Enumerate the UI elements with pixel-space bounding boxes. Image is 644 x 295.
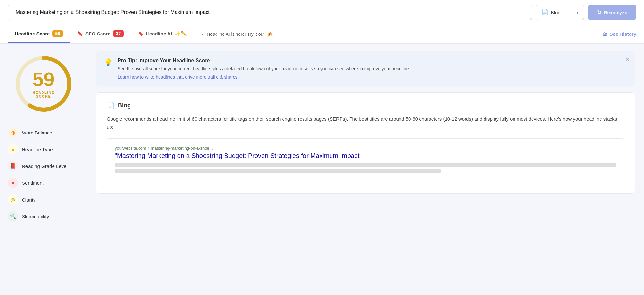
metric-label-skimmability: Skimmability — [22, 214, 49, 219]
sentiment-icon: ● — [8, 178, 18, 188]
sidebar: 59 HEADLINESCORE ◑ Word Balance ▲ Headli… — [0, 44, 87, 295]
headline-score-tab-label: Headline Score — [15, 31, 50, 36]
clarity-icon: ◎ — [8, 194, 18, 205]
metric-item-sentiment[interactable]: ● Sentiment — [8, 178, 79, 188]
seo-score-badge: 37 — [113, 30, 124, 37]
headline-score-badge: 59 — [52, 30, 63, 37]
headline-ai-tab-label: Headline AI — [146, 31, 172, 36]
metric-item-skimmability[interactable]: 🔍 Skimmability — [8, 211, 79, 221]
see-history-button[interactable]: 🗂 See History — [602, 26, 636, 42]
metric-item-clarity[interactable]: ◎ Clarity — [8, 194, 79, 205]
tab-headline-score[interactable]: Headline Score 59 — [8, 25, 70, 43]
serp-desc-line-2 — [115, 169, 441, 173]
metric-label-clarity: Clarity — [22, 197, 36, 202]
reanalyze-button[interactable]: ↻ Reanalyze — [588, 5, 636, 20]
pro-tip-title: Pro Tip: Improve Your Headline Score — [118, 58, 410, 64]
bookmark-icon-ai: 🔖 — [138, 31, 143, 36]
tab-headline-ai[interactable]: 🔖 Headline AI ✨✏️ — [131, 25, 194, 43]
ai-notice-text: ← Headline AI is here! Try it out. 🎉 — [201, 32, 273, 37]
serp-preview: yourwebsite.com > mastering-marketing-on… — [107, 138, 624, 183]
headline-type-icon: ▲ — [8, 144, 18, 154]
metric-label-reading-grade: Reading Grade Level — [22, 163, 68, 169]
blog-section: 📄 Blog Google recommends a headline limi… — [96, 92, 635, 194]
type-selector[interactable]: 📄 Blog ▾ — [536, 5, 584, 20]
blog-section-icon: 📄 — [107, 102, 115, 109]
document-icon: 📄 — [541, 9, 548, 16]
blog-description: Google recommends a headline limit of 60… — [107, 115, 624, 131]
serp-description — [115, 163, 616, 173]
headline-input[interactable] — [8, 5, 532, 20]
type-label: Blog — [551, 10, 561, 15]
metric-label-headline-type: Headline Type — [22, 147, 53, 152]
reading-grade-icon: 📕 — [8, 161, 18, 171]
chevron-down-icon: ▾ — [576, 10, 579, 15]
score-circle: 59 HEADLINESCORE — [13, 53, 74, 114]
pro-tip-banner: 💡 Pro Tip: Improve Your Headline Score S… — [96, 51, 635, 86]
score-label: HEADLINESCORE — [33, 91, 55, 98]
refresh-icon: ↻ — [597, 9, 601, 15]
pro-tip-link[interactable]: Learn how to write headlines that drive … — [118, 74, 239, 80]
tabs-bar: Headline Score 59 🔖 SEO Score 37 🔖 Headl… — [0, 25, 644, 44]
content-area: 💡 Pro Tip: Improve Your Headline Score S… — [87, 44, 644, 295]
blog-section-header: 📄 Blog — [107, 102, 624, 109]
metric-item-headline-type[interactable]: ▲ Headline Type — [8, 144, 79, 154]
tab-seo-score[interactable]: 🔖 SEO Score 37 — [70, 25, 131, 43]
pro-tip-text: See the overall score for your current h… — [118, 65, 410, 72]
skimmability-icon: 🔍 — [8, 211, 18, 221]
serp-title[interactable]: "Mastering Marketing on a Shoestring Bud… — [115, 152, 616, 160]
metric-label-sentiment: Sentiment — [22, 180, 44, 186]
headline-ai-notice: ← Headline AI is here! Try it out. 🎉 — [194, 26, 280, 42]
metric-item-word-balance[interactable]: ◑ Word Balance — [8, 127, 79, 138]
pro-tip-content: Pro Tip: Improve Your Headline Score See… — [118, 58, 410, 80]
bookmark-icon: 🔖 — [77, 31, 83, 36]
metric-item-reading-grade[interactable]: 📕 Reading Grade Level — [8, 161, 79, 171]
score-circle-wrap: 59 HEADLINESCORE — [8, 53, 79, 114]
main-layout: 59 HEADLINESCORE ◑ Word Balance ▲ Headli… — [0, 44, 644, 295]
metric-label-word-balance: Word Balance — [22, 130, 52, 135]
seo-score-tab-label: SEO Score — [85, 31, 111, 36]
serp-url: yourwebsite.com > mastering-marketing-on… — [115, 146, 616, 151]
score-number: 59 — [33, 69, 55, 89]
top-bar: 📄 Blog ▾ ↻ Reanalyze — [0, 0, 644, 25]
serp-desc-line-1 — [115, 163, 616, 167]
word-balance-icon: ◑ — [8, 127, 18, 138]
metric-list: ◑ Word Balance ▲ Headline Type 📕 Reading… — [8, 127, 79, 221]
score-circle-inner: 59 HEADLINESCORE — [33, 69, 55, 98]
history-icon: 🗂 — [602, 31, 608, 37]
pencil-sparkle-icon: ✨✏️ — [175, 31, 187, 36]
lightbulb-icon: 💡 — [104, 58, 112, 67]
pro-tip-close-button[interactable]: ✕ — [625, 56, 630, 63]
blog-section-title: Blog — [118, 102, 131, 109]
